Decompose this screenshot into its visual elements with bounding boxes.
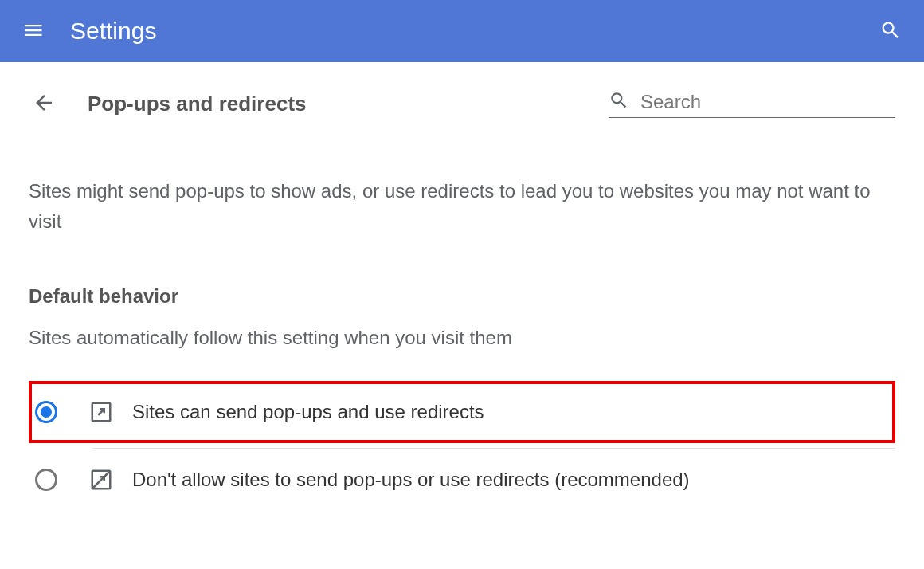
radio-option-allow[interactable]: Sites can send pop-ups and use redirects [29, 381, 895, 443]
menu-button[interactable] [16, 13, 51, 50]
section-title: Default behavior [29, 285, 895, 308]
search-field[interactable] [609, 90, 895, 118]
app-title: Settings [70, 18, 873, 45]
page-title: Pop-ups and redirects [88, 92, 307, 116]
app-bar: Settings [0, 0, 924, 62]
hamburger-icon [22, 19, 45, 44]
radio-option-label: Sites can send pop-ups and use redirects [132, 401, 484, 423]
radio-dot [41, 406, 52, 418]
search-icon [609, 90, 629, 114]
svg-line-2 [92, 471, 111, 489]
subheader-left: Pop-ups and redirects [29, 88, 307, 120]
arrow-left-icon [32, 91, 56, 117]
content: Pop-ups and redirects Sites might send p… [0, 62, 924, 536]
radio-option-block[interactable]: Don't allow sites to send pop-ups or use… [29, 449, 895, 511]
search-icon [879, 32, 902, 44]
header-search-button[interactable] [873, 13, 908, 50]
search-input[interactable] [640, 91, 895, 113]
radio-button[interactable] [35, 469, 57, 491]
page-description: Sites might send pop-ups to show ads, or… [29, 176, 873, 237]
popup-open-icon [89, 400, 113, 424]
back-button[interactable] [29, 88, 59, 120]
subheader: Pop-ups and redirects [29, 88, 895, 120]
popup-blocked-icon [89, 468, 113, 492]
section-subtitle: Sites automatically follow this setting … [29, 327, 895, 349]
radio-option-label: Don't allow sites to send pop-ups or use… [132, 469, 690, 491]
radio-button[interactable] [35, 401, 57, 423]
